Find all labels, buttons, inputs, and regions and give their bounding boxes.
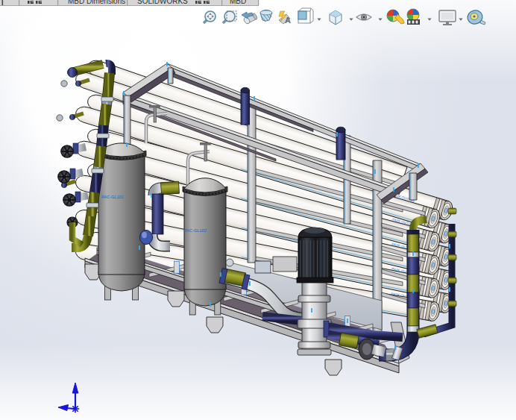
svg-text:A: A — [285, 16, 291, 25]
svg-text:PAC-GL102: PAC-GL102 — [184, 228, 207, 233]
svg-text:MBD Dimensions: MBD Dimensions — [68, 0, 125, 5]
svg-text:MBD: MBD — [230, 0, 246, 5]
svg-text:PAC-GL101: PAC-GL101 — [101, 195, 124, 199]
svg-text:SOLIDWORKS: SOLIDWORKS — [137, 0, 188, 5]
